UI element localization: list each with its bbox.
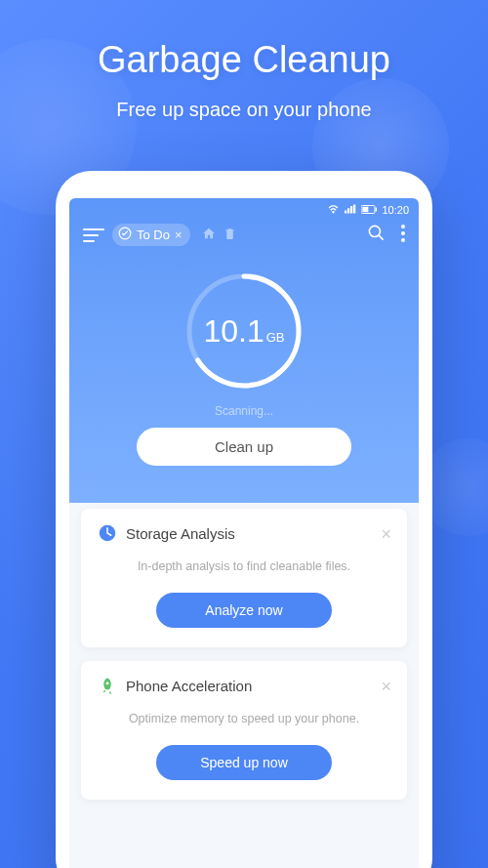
card-description: Optimize memory to speed up your phone. (99, 712, 389, 725)
gauge-unit: GB (266, 330, 285, 345)
status-time: 10:20 (382, 204, 409, 216)
trash-icon[interactable] (224, 227, 236, 244)
svg-rect-1 (347, 208, 349, 213)
clock-icon (99, 524, 116, 542)
page-header: Garbage Cleanup Free up space on your ph… (0, 0, 488, 121)
storage-analysis-card: Storage Analysis × In-depth analysis to … (81, 509, 407, 647)
svg-rect-2 (350, 206, 352, 214)
svg-point-8 (369, 226, 380, 236)
page-title: Garbage Cleanup (0, 39, 488, 81)
speed-up-now-button[interactable]: Speed up now (156, 745, 332, 780)
battery-icon (361, 204, 377, 216)
cards-container: Storage Analysis × In-depth analysis to … (69, 509, 419, 800)
status-bar: 10:20 (69, 198, 419, 216)
svg-point-11 (401, 238, 405, 242)
home-icon[interactable] (202, 227, 216, 244)
cleanup-button[interactable]: Clean up (137, 428, 351, 466)
app-header: 10:20 To Do × (69, 198, 419, 503)
menu-icon[interactable] (83, 225, 104, 246)
close-icon[interactable]: × (381, 677, 391, 697)
signal-icon (345, 204, 356, 216)
card-description: In-depth analysis to find cleanable file… (99, 559, 389, 573)
chip-label: To Do (137, 227, 170, 242)
wifi-icon (327, 204, 340, 216)
phone-acceleration-card: Phone Acceleration × Optimize memory to … (81, 661, 407, 800)
rocket-icon (99, 677, 116, 694)
check-circle-icon (118, 227, 132, 243)
toolbar-mid-icons (202, 227, 236, 244)
page-subtitle: Free up space on your phone (0, 99, 488, 121)
svg-point-10 (401, 231, 405, 235)
search-icon[interactable] (367, 224, 386, 246)
svg-rect-3 (353, 205, 355, 214)
scanning-label: Scanning... (69, 404, 419, 418)
phone-mockup: 10:20 To Do × (56, 171, 432, 868)
more-icon[interactable] (401, 225, 405, 246)
toolbar: To Do × (69, 216, 419, 254)
close-icon[interactable]: × (381, 524, 391, 545)
svg-point-15 (106, 682, 109, 684)
todo-chip[interactable]: To Do × (112, 224, 190, 246)
svg-point-9 (401, 225, 405, 228)
analyze-now-button[interactable]: Analyze now (156, 593, 332, 628)
chip-close-icon[interactable]: × (175, 227, 183, 242)
gauge-value: 10.1 (203, 313, 264, 350)
svg-rect-0 (345, 211, 346, 214)
phone-screen: 10:20 To Do × (69, 198, 419, 868)
card-title: Phone Acceleration (126, 678, 252, 694)
svg-rect-5 (363, 207, 369, 212)
svg-rect-6 (376, 208, 377, 212)
storage-gauge: 10.1 GB (183, 269, 305, 393)
card-title: Storage Analysis (126, 525, 235, 542)
gauge-text: 10.1 GB (203, 313, 284, 350)
